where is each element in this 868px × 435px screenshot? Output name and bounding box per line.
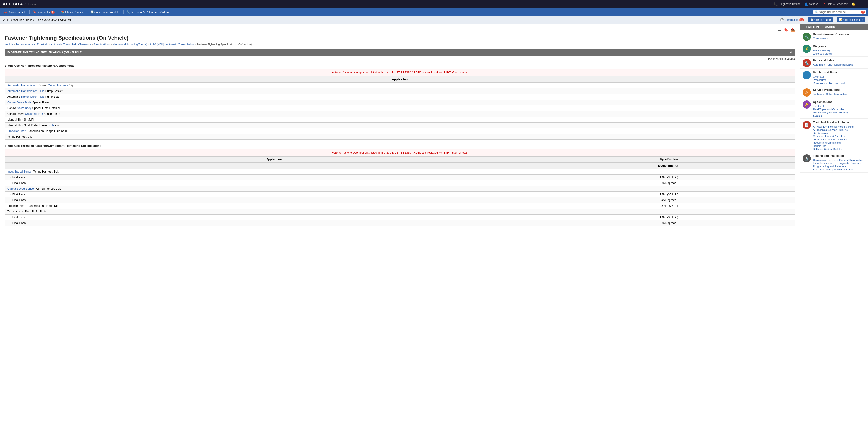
sidebar-link[interactable]: Sealant (813, 114, 848, 117)
print-icon[interactable]: 🖨 (778, 28, 781, 32)
bell-icon: 🔔 (851, 2, 855, 6)
sidebar-section-icon: ⚡ (803, 45, 811, 53)
sidebar-link[interactable]: Software Update Bulletins (813, 148, 854, 150)
sidebar-link[interactable]: Procedures (813, 79, 845, 81)
link[interactable]: Channel Plate (25, 112, 43, 115)
user-link[interactable]: 👤 Melissa (804, 2, 818, 6)
sidebar-section-icon: ⚠ (803, 88, 811, 96)
help-link[interactable]: ❓ Help & Feedback (822, 2, 848, 6)
table-row: Propeller Shaft Transmission Flange Flui… (5, 128, 795, 134)
top-navigation: ALLDATA Collision 📞 Diagnostic Hotline 👤… (0, 0, 868, 8)
search-input[interactable] (819, 10, 860, 14)
sidebar-section-icon: 📄 (803, 121, 811, 129)
notifications-link[interactable]: 🔔 (851, 2, 855, 6)
table-row: Propeller Shaft Transmission Flange Nut1… (5, 203, 795, 209)
link[interactable]: Hub (49, 124, 54, 127)
logo-text: ALLDATA (3, 2, 23, 7)
sidebar-section-icon: 🖨 (803, 71, 811, 79)
table-row: • First Pass:4 Nm (35 lb in) (5, 214, 795, 220)
link[interactable]: Transmission Fluid (21, 95, 44, 98)
sidebar-link[interactable]: Repair Tips (813, 144, 854, 147)
table-row: Control Valve Body Spacer Plate Retainer (5, 106, 795, 111)
sidebar-link[interactable]: Electrical (OE) (813, 49, 832, 52)
help-icon: ❓ (822, 2, 826, 6)
share-icon[interactable]: 📤 (790, 28, 795, 32)
sidebar-links: Parts and LaborAutomatic Transmission/Tr… (813, 59, 853, 66)
breadcrumb-vehicle[interactable]: Vehicle (5, 43, 13, 46)
sidebar-link[interactable]: Exploded Views (813, 52, 832, 55)
sidebar-link[interactable]: Programming and Relearning (813, 165, 863, 168)
link[interactable]: Input Speed Sensor (7, 170, 33, 173)
sidebar-link[interactable]: Scan Tool Testing and Procedures (813, 168, 863, 171)
link[interactable]: Propeller Shaft (7, 129, 26, 133)
technicians-reference-button[interactable]: 🔧 Technician's Reference - Collision (125, 9, 172, 14)
sidebar-section-title: Diagrams (813, 45, 832, 48)
sidebar-section-icon: 🔧 (803, 33, 811, 41)
link[interactable]: Wiring Harness (48, 84, 68, 87)
quote-icon: 📋 (810, 18, 813, 22)
logo: ALLDATA Collision (3, 2, 36, 7)
create-estimate-button[interactable]: 📝 Create Estimate (837, 17, 865, 22)
sidebar-section: ⚡DiagramsElectrical (OE)Exploded Views (800, 42, 868, 57)
sidebar-link[interactable]: Components (813, 37, 849, 40)
diagnostic-hotline-link[interactable]: 📞 Diagnostic Hotline (774, 2, 801, 6)
breadcrumb-auto-trans[interactable]: Automatic Transmission/Transaxle (51, 43, 91, 46)
table-row: Automatic Transmission Fluid Pump Gasket (5, 88, 795, 94)
sidebar-link[interactable]: Customer Interest Bulletins (813, 135, 854, 138)
sidebar-link[interactable]: Automatic Transmission/Transaxle (813, 63, 853, 66)
sidebar-link[interactable]: Component Tests and General Diagnostics (813, 158, 863, 162)
community-icon: 💬 (780, 18, 784, 22)
sidebar-link[interactable]: By Symptom (813, 132, 854, 135)
sidebar-links: Testing and InspectionComponent Tests an… (813, 154, 863, 171)
breadcrumb-mechanical[interactable]: Mechanical (including Torque) (113, 43, 148, 46)
link[interactable]: Output Speed Sensor (7, 187, 35, 190)
change-vehicle-button[interactable]: 🚗 Change Vehicle (2, 9, 28, 14)
sidebar-link[interactable]: Fluid Types and Capacities (813, 108, 848, 111)
sidebar-link[interactable]: General Information Bulletins (813, 138, 854, 141)
table-row: • Final Pass:45 Degrees (5, 180, 795, 186)
sidebar-link[interactable]: Technician Safety Information (813, 93, 847, 95)
table-row: • First Pass:4 Nm (35 lb in) (5, 192, 795, 197)
link[interactable]: Valve Body (17, 107, 31, 110)
breadcrumb-specs[interactable]: Specifications (94, 43, 110, 46)
main-section-header: FASTENER TIGHTENING SPECIFICATIONS (ON V… (5, 49, 795, 56)
table1-outer: Note: All fasteners/components listed in… (5, 69, 795, 140)
link[interactable]: Automatic Transmission Fluid (7, 89, 44, 93)
sidebar-link[interactable]: Overhaul (813, 75, 845, 78)
sidebar-section-icon: 🔬 (803, 154, 811, 163)
logo-collision: Collision (24, 2, 36, 6)
sidebar-link[interactable]: Mechanical (including Torque) (813, 111, 848, 114)
sidebar-link[interactable]: Initial Inspection and Diagnostic Overvi… (813, 162, 863, 165)
sidebar-link[interactable]: Recalls and Campaigns (813, 141, 854, 144)
sidebar-link[interactable]: All Technical Service Bulletins (813, 128, 854, 131)
link[interactable]: Control Valve Body (7, 101, 31, 104)
apps-link[interactable]: ⋮⋮ (859, 2, 865, 6)
vehicle-bar: 2015 Cadillac Truck Escalade AWD V8-6.2L… (0, 16, 868, 24)
sidebar-link[interactable]: Removal and Replacement (813, 82, 845, 84)
sidebar-link[interactable]: Electrical (813, 105, 848, 108)
sidebar-section-title: Testing and Inspection (813, 154, 863, 157)
conversion-calculator-button[interactable]: 🔄 Conversion Calculator (89, 9, 122, 14)
community-button[interactable]: 💬 Community 10 (780, 18, 804, 22)
note-row-1: Note: All fasteners/components listed in… (5, 69, 795, 76)
save-icon[interactable]: 🔖 (784, 28, 788, 32)
link[interactable]: Automatic Transmission (7, 84, 38, 87)
table-row: Wiring Harness Clip (5, 134, 795, 140)
breadcrumb-8l90[interactable]: 8L90 (M5U) - Automatic Transmission (150, 43, 194, 46)
table-row: Manual Shift Shaft Pin (5, 117, 795, 122)
sidebar-header: RELATED INFORMATION (800, 24, 868, 30)
wrench-icon: 🔧 (127, 10, 130, 14)
bookmark-icon: 🔖 (33, 10, 36, 14)
search-box[interactable]: 🔍 2 (813, 10, 866, 14)
create-quote-button[interactable]: 📋 Create Quote (808, 17, 833, 22)
sidebar-links: Description and OperationComponents (813, 33, 849, 40)
bookmarks-button[interactable]: 🔖 Bookmarks 1 (31, 9, 56, 14)
library-request-button[interactable]: 📚 Library Request (59, 9, 86, 14)
note-row-2: Note: All fasteners/components listed in… (5, 149, 795, 156)
sidebar-links: Service PrecautionsTechnician Safety Inf… (813, 88, 847, 95)
sidebar-link[interactable]: All New Technical Service Bulletins (813, 125, 854, 128)
sidebar-section-title: Description and Operation (813, 33, 849, 36)
breadcrumb-trans-drivetrain[interactable]: Transmission and Drivetrain (16, 43, 48, 46)
close-panel-button[interactable]: ✕ (789, 51, 792, 54)
table2: Application Specification Metric (Englis… (5, 156, 795, 226)
